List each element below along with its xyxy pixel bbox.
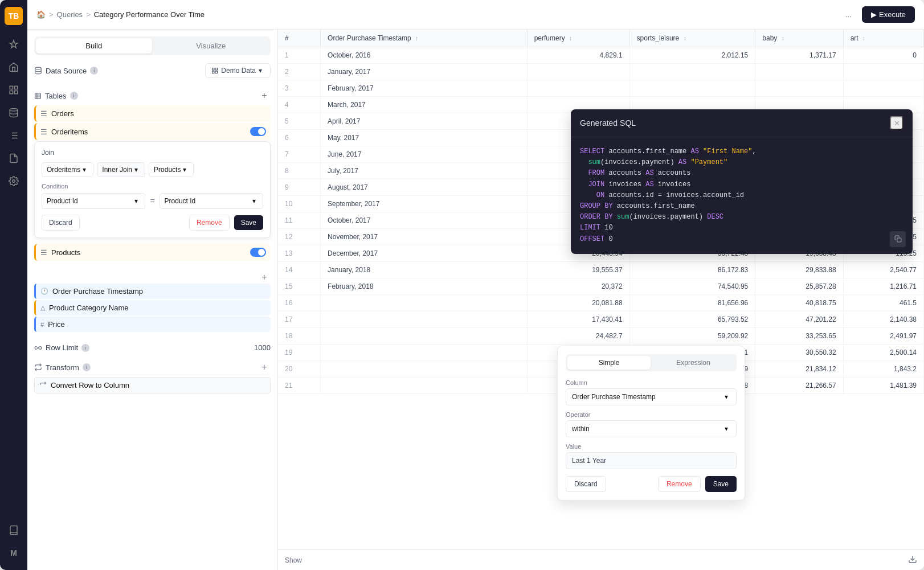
show-label: Show	[285, 556, 302, 564]
cell-timestamp: January, 2017	[321, 64, 528, 80]
join-right-table-select[interactable]: Products ▾	[149, 162, 194, 177]
filter-column-label: Column	[566, 379, 737, 386]
sort-icon: ↕	[684, 35, 686, 42]
products-toggle[interactable]	[250, 248, 266, 257]
chevron-down-icon: ▾	[725, 393, 730, 401]
filter-discard-button[interactable]: Discard	[566, 476, 606, 492]
add-column-button[interactable]: +	[258, 271, 271, 284]
column-item-timestamp[interactable]: 🕐 Order Purchase Timestamp	[34, 284, 271, 299]
join-type-select[interactable]: Inner Join ▾	[97, 162, 145, 177]
table-item-products[interactable]: ☰ Products	[34, 244, 271, 261]
sidebar-icon-settings[interactable]	[3, 171, 24, 191]
filter-value-input[interactable]	[566, 452, 737, 469]
cell-num: 16	[278, 295, 321, 311]
filter-tab-simple[interactable]: Simple	[567, 356, 651, 370]
database-icon	[34, 67, 42, 75]
cell-num: 15	[278, 278, 321, 295]
sidebar-icon-page[interactable]	[3, 148, 24, 169]
cell-num: 2	[278, 64, 321, 80]
cell-num: 7	[278, 146, 321, 163]
column-item-price[interactable]: # Price	[34, 317, 271, 332]
transform-item-icon	[39, 382, 47, 389]
execute-button[interactable]: ▶ Execute	[862, 6, 915, 23]
cell-sports-leisure: 81,656.96	[629, 295, 755, 311]
filter-value-label: Value	[566, 443, 737, 450]
sidebar-icon-list[interactable]	[3, 125, 24, 146]
infinity-icon	[34, 344, 42, 352]
cell-sports-leisure: 86,172.83	[629, 262, 755, 278]
svg-rect-16	[215, 71, 218, 73]
data-source-label: Data Source i	[34, 67, 98, 75]
cell-timestamp	[321, 378, 528, 394]
cell-timestamp: December, 2017	[321, 245, 528, 262]
join-save-button[interactable]: Save	[234, 215, 263, 230]
cell-timestamp: February, 2018	[321, 278, 528, 295]
breadcrumb: 🏠 > Queries > Category Performance Over …	[36, 10, 205, 19]
tab-visualize[interactable]: Visualize	[153, 38, 269, 54]
breadcrumb-queries[interactable]: Queries	[57, 10, 83, 19]
svg-rect-2	[10, 91, 13, 94]
sidebar-icon-book[interactable]	[3, 520, 24, 540]
sidebar-icon-m[interactable]: M	[3, 543, 24, 563]
condition-right-col[interactable]: Product Id ▾	[160, 193, 263, 209]
join-remove-button[interactable]: Remove	[189, 215, 230, 231]
add-table-button[interactable]: +	[258, 89, 271, 102]
sql-panel-title: Generated SQL	[580, 118, 636, 128]
join-discard-button[interactable]: Discard	[42, 215, 80, 231]
cell-timestamp: February, 2017	[321, 80, 528, 97]
table-footer: Show	[278, 550, 924, 570]
sql-copy-button[interactable]	[890, 231, 906, 247]
sort-icon: ↕	[862, 35, 865, 42]
row-limit-section: Row Limit i 1000	[34, 339, 271, 356]
filter-column-select[interactable]: Order Purchase Timestamp ▾	[566, 388, 737, 405]
icon-sidebar: TB M	[0, 0, 27, 570]
join-left-table-select[interactable]: Orderitems ▾	[42, 162, 93, 177]
table-item-orderitems[interactable]: ☰ Orderitems	[34, 123, 271, 140]
more-options-button[interactable]: ...	[839, 6, 857, 24]
filter-tab-expression[interactable]: Expression	[652, 356, 735, 370]
filter-operator-select[interactable]: within ▾	[566, 420, 737, 437]
tab-build[interactable]: Build	[36, 38, 152, 54]
table-icon	[34, 92, 42, 100]
download-button[interactable]	[908, 555, 917, 565]
cell-baby: 40,818.75	[755, 295, 843, 311]
cell-num: 6	[278, 130, 321, 146]
home-icon[interactable]: 🏠	[36, 10, 46, 19]
sidebar-icon-sparkle[interactable]	[3, 34, 24, 55]
column-item-category[interactable]: △ Product Category Name	[34, 300, 271, 315]
add-transform-button[interactable]: +	[258, 361, 271, 374]
col-header-art[interactable]: art ↕	[843, 30, 923, 47]
table-row-icon: ☰	[40, 128, 47, 136]
cell-timestamp: October, 2016	[321, 47, 528, 64]
number-icon: #	[40, 321, 44, 328]
sort-icon: ↕	[782, 35, 784, 42]
svg-rect-17	[35, 93, 41, 99]
col-header-num: #	[278, 30, 321, 47]
condition-left-col[interactable]: Product Id ▾	[42, 193, 145, 209]
cell-sports-leisure: 74,540.95	[629, 278, 755, 295]
sql-close-button[interactable]: ✕	[890, 116, 903, 130]
sidebar-icon-home[interactable]	[3, 57, 24, 77]
app-logo[interactable]: TB	[5, 7, 23, 25]
orderitems-toggle[interactable]	[250, 127, 266, 136]
filter-remove-button[interactable]: Remove	[658, 476, 701, 492]
sidebar-icon-database[interactable]	[3, 102, 24, 123]
join-actions: Discard Remove Save	[42, 215, 263, 231]
sort-icon: ↕	[569, 35, 572, 42]
cell-art: 1,481.39	[843, 378, 923, 394]
demo-data-button[interactable]: Demo Data ▾	[205, 63, 271, 78]
row-limit-info-icon: i	[81, 344, 89, 352]
transform-item[interactable]: Convert Row to Column	[34, 377, 271, 393]
filter-save-button[interactable]: Save	[705, 476, 737, 492]
col-header-baby[interactable]: baby ↕	[755, 30, 843, 47]
filter-actions: Discard Remove Save	[566, 476, 737, 492]
col-header-sports-leisure[interactable]: sports_leisure ↕	[629, 30, 755, 47]
col-header-timestamp[interactable]: Order Purchase Timestamp ↑	[321, 30, 528, 47]
datetime-icon: 🕐	[40, 288, 48, 295]
cell-art: 2,500.14	[843, 345, 923, 361]
main-content: 🏠 > Queries > Category Performance Over …	[27, 0, 924, 570]
sidebar-icon-grid[interactable]	[3, 80, 24, 100]
cell-baby: 1,371.17	[755, 47, 843, 64]
table-item-orders[interactable]: ☰ Orders	[34, 105, 271, 122]
col-header-perfumery[interactable]: perfumery ↕	[527, 30, 629, 47]
